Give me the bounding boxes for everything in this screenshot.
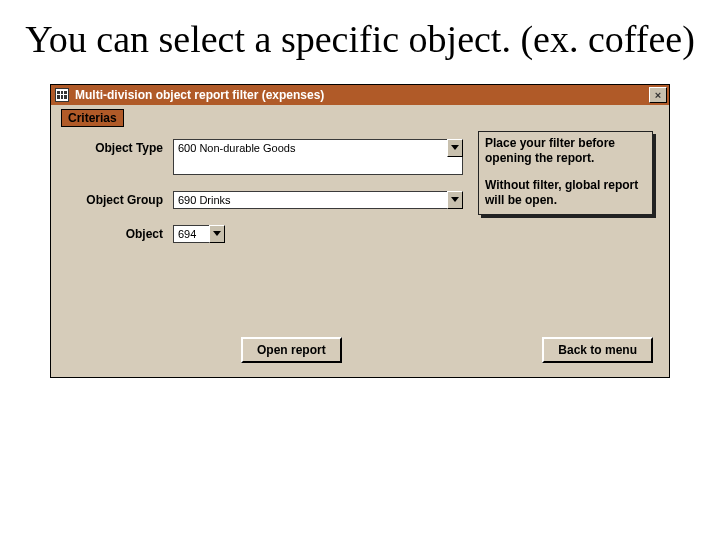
chevron-down-icon [451,145,459,150]
open-report-button[interactable]: Open report [241,337,342,363]
object-type-label: Object Type [61,139,173,155]
chevron-down-icon [213,231,221,236]
info-line-1: Place your filter before opening the rep… [485,136,646,166]
criterias-section-label: Criterias [61,109,124,127]
object-type-value: 600 Non-durable Goods [178,142,295,154]
back-to-menu-button[interactable]: Back to menu [542,337,653,363]
svg-marker-1 [451,197,459,202]
close-icon: × [655,89,661,101]
window-sys-icon [55,88,69,102]
window-title: Multi-division object report filter (exp… [75,88,324,102]
object-dropdown-arrow[interactable] [209,225,225,243]
object-type-combo[interactable]: 600 Non-durable Goods [173,139,463,175]
object-label: Object [61,225,173,241]
slide-title: You can select a specific object. (ex. c… [20,18,700,62]
object-group-combo[interactable]: 690 Drinks [173,191,463,209]
object-group-value: 690 Drinks [178,194,231,206]
object-group-label: Object Group [61,191,173,207]
object-type-dropdown-arrow[interactable] [447,139,463,157]
object-combo[interactable]: 694 [173,225,225,243]
titlebar: Multi-division object report filter (exp… [51,85,669,105]
dialog-body: Criterias Object Type 600 Non-durable Go… [51,105,669,377]
info-box: Place your filter before opening the rep… [478,131,653,215]
chevron-down-icon [451,197,459,202]
close-button[interactable]: × [649,87,667,103]
svg-marker-2 [213,231,221,236]
svg-marker-0 [451,145,459,150]
object-group-dropdown-arrow[interactable] [447,191,463,209]
dialog-window: Multi-division object report filter (exp… [50,84,670,378]
object-value: 694 [178,228,196,240]
info-line-2: Without filter, global report will be op… [485,178,646,208]
